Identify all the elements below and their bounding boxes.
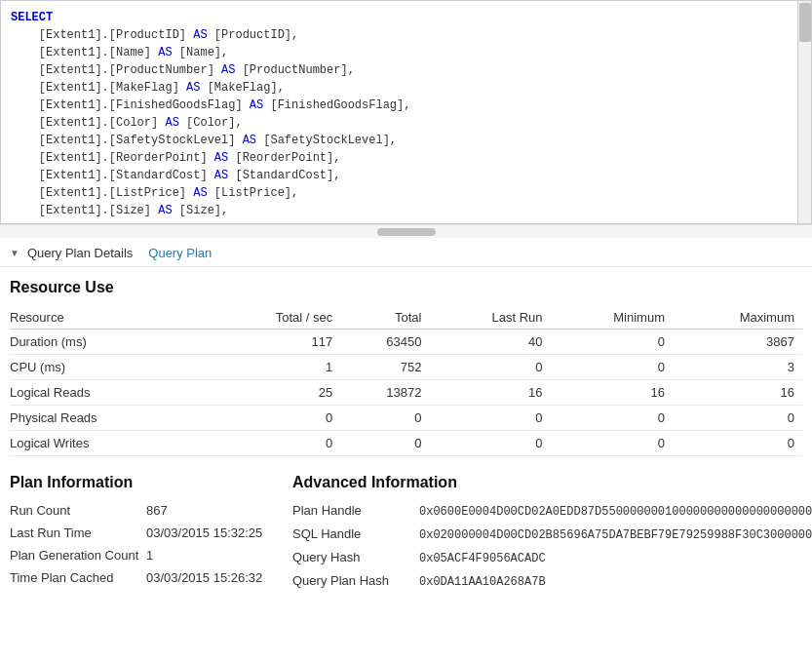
resource-table: ResourceTotal / secTotalLast RunMinimumM…: [10, 306, 802, 456]
cell-last_run: 16: [429, 380, 550, 406]
tab-query-plan-details[interactable]: Query Plan Details: [27, 244, 133, 262]
plan-row-label: Time Plan Cached: [10, 570, 146, 585]
advanced-row-value: 0x05ACF4F9056ACADC: [419, 552, 802, 565]
cell-total_sec: 0: [207, 406, 340, 431]
col-header-minimum: Minimum: [551, 306, 674, 330]
advanced-row-value: 0x020000004D00CD02B85696A75DA7BEBF79E792…: [419, 528, 812, 542]
advanced-row-label: SQL Handle: [292, 526, 419, 541]
cell-minimum: 0: [551, 330, 674, 355]
vertical-scrollbar[interactable]: [797, 1, 811, 223]
table-row: Physical Reads00000: [10, 406, 802, 431]
advanced-row-value: 0x0600E0004D00CD02A0EDD87D55000000010000…: [419, 505, 812, 519]
table-row: Logical Writes00000: [10, 431, 802, 456]
cell-maximum: 0: [673, 431, 802, 456]
cell-last_run: 0: [429, 406, 550, 431]
tabs-bar: ▼ Query Plan Details Query Plan: [0, 238, 812, 267]
advanced-info-title: Advanced Information: [292, 474, 802, 491]
plan-info-panel: Plan Information Run Count867Last Run Ti…: [10, 474, 292, 597]
horizontal-scrollbar[interactable]: [0, 224, 812, 238]
cell-resource: Logical Writes: [10, 431, 207, 456]
advanced-info-row: Plan Handle0x0600E0004D00CD02A0EDD87D550…: [292, 503, 802, 519]
col-header-last-run: Last Run: [429, 306, 550, 330]
plan-section: Plan Information Run Count867Last Run Ti…: [0, 464, 812, 604]
tab-query-plan[interactable]: Query Plan: [148, 244, 212, 262]
cell-resource: Logical Reads: [10, 380, 207, 406]
table-row: Logical Reads2513872161616: [10, 380, 802, 406]
cell-minimum: 0: [551, 431, 674, 456]
advanced-row-label: Query Hash: [292, 550, 419, 564]
cell-minimum: 16: [551, 380, 674, 406]
col-header-total: Total: [340, 306, 429, 330]
cell-resource: CPU (ms): [10, 355, 207, 380]
plan-row-label: Plan Generation Count: [10, 548, 146, 563]
plan-info-title: Plan Information: [10, 474, 292, 491]
cell-last_run: 40: [429, 330, 550, 355]
advanced-info-row: Query Plan Hash0x0DA11AA10A268A7B: [292, 573, 802, 589]
cell-total: 63450: [340, 330, 429, 355]
cell-resource: Duration (ms): [10, 330, 207, 355]
table-row: Duration (ms)117634504003867: [10, 330, 802, 355]
cell-total_sec: 0: [207, 431, 340, 456]
sql-content: SELECT [Extent1].[ProductID] AS [Product…: [1, 1, 811, 217]
table-row: CPU (ms)1752003: [10, 355, 802, 380]
scrollbar-thumb[interactable]: [799, 3, 811, 42]
plan-row-label: Last Run Time: [10, 525, 146, 540]
resource-use-title: Resource Use: [10, 279, 802, 296]
cell-resource: Physical Reads: [10, 406, 207, 431]
resource-use-section: Resource Use ResourceTotal / secTotalLas…: [0, 267, 812, 464]
plan-info-row: Run Count867: [10, 503, 292, 518]
tab-arrow-icon: ▼: [10, 248, 19, 258]
advanced-row-label: Query Plan Hash: [292, 573, 419, 588]
cell-total: 0: [340, 431, 429, 456]
plan-info-row: Plan Generation Count1: [10, 548, 292, 563]
cell-maximum: 3867: [673, 330, 802, 355]
plan-row-value: 867: [146, 503, 292, 518]
hscroll-thumb[interactable]: [377, 228, 436, 236]
col-header-maximum: Maximum: [673, 306, 802, 330]
plan-row-value: 03/03/2015 15:32:25: [146, 525, 292, 540]
sql-editor[interactable]: SELECT [Extent1].[ProductID] AS [Product…: [0, 0, 812, 224]
cell-total: 13872: [340, 380, 429, 406]
cell-total_sec: 117: [207, 330, 340, 355]
advanced-info-row: SQL Handle0x020000004D00CD02B85696A75DA7…: [292, 526, 802, 542]
cell-total_sec: 25: [207, 380, 340, 406]
cell-total_sec: 1: [207, 355, 340, 380]
col-header-resource: Resource: [10, 306, 207, 330]
cell-maximum: 3: [673, 355, 802, 380]
plan-info-row: Time Plan Cached03/03/2015 15:26:32: [10, 570, 292, 585]
cell-last_run: 0: [429, 355, 550, 380]
cell-total: 752: [340, 355, 429, 380]
advanced-row-value: 0x0DA11AA10A268A7B: [419, 575, 802, 589]
cell-minimum: 0: [551, 406, 674, 431]
plan-info-row: Last Run Time03/03/2015 15:32:25: [10, 525, 292, 540]
advanced-row-label: Plan Handle: [292, 503, 419, 518]
col-header-total-/-sec: Total / sec: [207, 306, 340, 330]
cell-minimum: 0: [551, 355, 674, 380]
plan-row-value: 1: [146, 548, 292, 563]
cell-maximum: 16: [673, 380, 802, 406]
cell-maximum: 0: [673, 406, 802, 431]
plan-row-label: Run Count: [10, 503, 146, 518]
cell-last_run: 0: [429, 431, 550, 456]
advanced-info-panel: Advanced Information Plan Handle0x0600E0…: [292, 474, 802, 597]
plan-row-value: 03/03/2015 15:26:32: [146, 570, 292, 585]
advanced-info-row: Query Hash0x05ACF4F9056ACADC: [292, 550, 802, 565]
cell-total: 0: [340, 406, 429, 431]
